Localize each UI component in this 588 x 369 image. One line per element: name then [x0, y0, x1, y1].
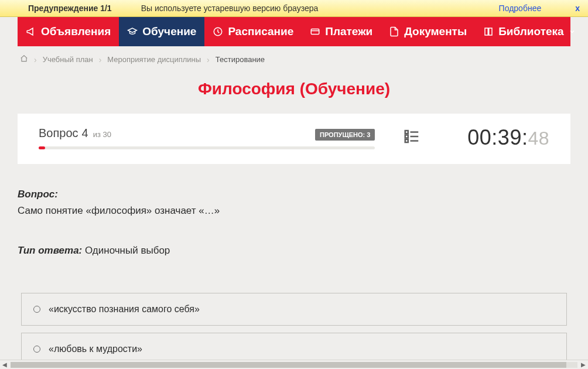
chevron-down-icon [569, 28, 576, 35]
nav-item-label: Обучение [142, 25, 196, 38]
scroll-right-arrow[interactable]: ▶ [579, 360, 588, 370]
svg-rect-4 [405, 139, 408, 142]
file-icon [389, 26, 399, 37]
clock-icon [213, 26, 223, 37]
crumb-separator [99, 55, 102, 64]
warning-message: Вы используете устаревшую версию браузер… [141, 4, 319, 13]
question-text: Само понятие «философия» означает «…» [18, 205, 570, 217]
nav-item-label: Расписание [228, 25, 293, 38]
nav-payments[interactable]: Платежи [302, 17, 381, 46]
scroll-left-arrow[interactable]: ◀ [0, 360, 9, 370]
megaphone-icon [26, 26, 36, 37]
answer-type-label: Тип ответа: [18, 245, 82, 256]
answers-list: «искусство познания самого себя» «любовь… [21, 293, 567, 360]
answer-type-line: Тип ответа: Одиночный выбор [18, 245, 570, 257]
nav-item-label: Документы [404, 25, 467, 38]
warning-more-link[interactable]: Подробнее [499, 4, 542, 13]
progress-fill [39, 146, 45, 149]
crumb-plan[interactable]: Учебный план [43, 55, 93, 64]
crumb-separator [34, 55, 37, 64]
svg-rect-2 [405, 131, 408, 134]
question-number: 4 [82, 127, 88, 140]
home-icon[interactable] [20, 54, 28, 64]
timer-main: 00:39: [467, 125, 528, 150]
radio-icon [33, 346, 40, 353]
horizontal-scrollbar[interactable]: ◀ ▶ [0, 360, 588, 369]
answer-type-value: Одиночный выбор [85, 245, 170, 256]
question-word: Вопрос [39, 127, 78, 140]
svg-rect-1 [311, 29, 319, 35]
timer-seconds: 48 [528, 128, 549, 149]
progress-bar [39, 146, 375, 149]
skipped-badge: ПРОПУЩЕНО: 3 [315, 129, 375, 141]
nav-item-label: Библиотека [498, 25, 563, 38]
warning-title: Предупреждение 1/1 [28, 4, 112, 13]
graduation-icon [127, 26, 138, 37]
scroll-track[interactable] [11, 362, 577, 368]
question-status-card: Вопрос 4 из 30 ПРОПУЩЕНО: 3 00:39:48 [18, 114, 570, 164]
main-nav: Объявления Обучение Расписание [18, 17, 570, 46]
nav-item-label: Объявления [41, 25, 111, 38]
answer-option[interactable]: «искусство познания самого себя» [21, 293, 567, 326]
answer-option[interactable]: «любовь к мудрости» [21, 333, 567, 360]
nav-learning[interactable]: Обучение [119, 17, 204, 46]
nav-documents[interactable]: Документы [381, 17, 475, 46]
crumb-event[interactable]: Мероприятие дисциплины [107, 55, 201, 64]
answer-text: «искусство познания самого себя» [49, 304, 200, 315]
crumb-current: Тестирование [216, 55, 265, 64]
page-title: Философия (Обучение) [0, 80, 588, 98]
nav-item-label: Платежи [325, 25, 372, 38]
breadcrumb: Учебный план Мероприятие дисциплины Тест… [0, 46, 588, 73]
question-list-button[interactable] [403, 128, 421, 148]
question-label: Вопрос: [18, 189, 570, 200]
nav-announcements[interactable]: Объявления [18, 17, 119, 46]
warning-close-button[interactable]: x [575, 4, 580, 13]
nav-library[interactable]: Библиотека [475, 17, 583, 46]
timer: 00:39:48 [467, 125, 549, 150]
svg-rect-3 [405, 135, 408, 138]
card-icon [310, 26, 320, 37]
radio-icon [33, 306, 40, 313]
nav-schedule[interactable]: Расписание [204, 17, 302, 46]
question-of-total: из 30 [93, 130, 111, 139]
book-icon [483, 26, 494, 37]
crumb-separator [207, 55, 210, 64]
answer-text: «любовь к мудрости» [49, 344, 142, 354]
scroll-thumb[interactable] [11, 362, 566, 368]
browser-warning-bar: Предупреждение 1/1 Вы используете устаре… [0, 0, 588, 17]
